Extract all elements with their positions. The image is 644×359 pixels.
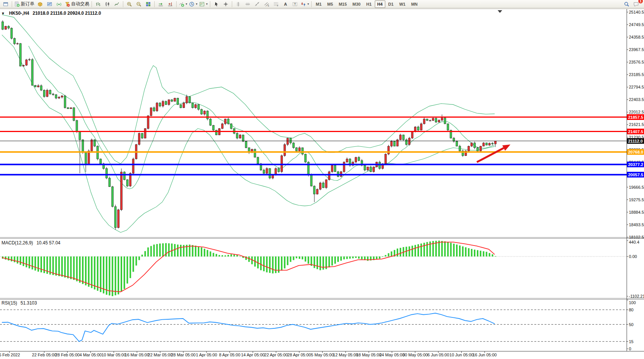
timeframe-mn-button[interactable]: MN: [408, 0, 420, 8]
horizontal-line-button[interactable]: [243, 0, 252, 8]
svg-text:16 Mar 05:00: 16 Mar 05:00: [125, 353, 149, 357]
svg-text:30 May 05:00: 30 May 05:00: [402, 353, 428, 357]
bar-chart-button[interactable]: [93, 0, 102, 8]
svg-text:440.4: 440.4: [629, 240, 639, 244]
indicators-button[interactable]: ▾: [178, 0, 188, 8]
svg-text:18884.5: 18884.5: [629, 210, 644, 214]
svg-text:0.00: 0.00: [629, 254, 637, 259]
chart-shift-button[interactable]: [166, 0, 175, 8]
autotrade-button[interactable]: 自动交易: [64, 0, 90, 8]
vertical-line-button[interactable]: [234, 0, 243, 8]
auto-scroll-button[interactable]: [156, 0, 165, 8]
trendline-button[interactable]: [253, 0, 262, 8]
shift-icon: [168, 2, 173, 7]
line-chart-button[interactable]: [112, 0, 121, 8]
candles-icon: [105, 2, 110, 7]
svg-text:15: 15: [629, 339, 633, 344]
signals-button[interactable]: [54, 0, 64, 8]
fibo-icon: F: [273, 2, 279, 7]
arrows-button[interactable]: ▾: [300, 0, 310, 8]
svg-text:18493.5: 18493.5: [629, 222, 644, 227]
hline-icon: [245, 2, 250, 7]
channel-icon: E: [264, 2, 269, 7]
indicators-icon: [179, 2, 184, 7]
timeframe-h1-button[interactable]: H1: [363, 0, 374, 8]
toolbar: 新订单自动交易▾▾▾EFAT▾M1M5M15M30H1H4D1W1MN1: [0, 0, 644, 8]
svg-text:19275.5: 19275.5: [629, 197, 644, 202]
tile-icon: [146, 2, 151, 7]
svg-text:10 Jun 05:00: 10 Jun 05:00: [450, 353, 474, 357]
svg-text:28 Feb 05:00: 28 Feb 05:00: [55, 353, 80, 357]
svg-text:22012.5: 22012.5: [629, 110, 644, 114]
svg-text:20057.5: 20057.5: [628, 173, 643, 177]
chart-window-button[interactable]: [1, 0, 10, 8]
svg-text:100: 100: [629, 300, 636, 305]
toolbar-separator: [154, 1, 155, 7]
equidistant-channel-button[interactable]: E: [262, 0, 271, 8]
svg-text:8 Apr 05:00: 8 Apr 05:00: [219, 353, 240, 357]
templates-button[interactable]: ▾: [199, 0, 208, 8]
timeframe-m15-button[interactable]: M15: [336, 0, 349, 8]
text-a-icon: A: [283, 2, 288, 7]
svg-text:6 Feb 2022: 6 Feb 2022: [0, 353, 20, 357]
toolbar-separator: [311, 1, 312, 7]
timeframe-w1-button[interactable]: W1: [397, 0, 408, 8]
svg-text:18 May 05:00: 18 May 05:00: [356, 353, 382, 357]
chart-background: [0, 8, 644, 359]
toolbar-separator: [210, 1, 210, 7]
svg-text:T: T: [294, 2, 296, 6]
timeframe-d1-button[interactable]: D1: [386, 0, 396, 8]
autotrade-icon: [65, 2, 70, 7]
market-watch-button[interactable]: [36, 0, 45, 8]
svg-text:28 Apr 05:00: 28 Apr 05:00: [287, 353, 311, 357]
clock-icon: [189, 2, 194, 7]
svg-text:23576.5: 23576.5: [629, 60, 644, 64]
svg-text:24749.5: 24749.5: [629, 22, 644, 27]
data-window-button[interactable]: [45, 0, 54, 8]
fibonacci-button[interactable]: F: [272, 0, 281, 8]
svg-text:50: 50: [629, 322, 633, 327]
candlestick-chart-button[interactable]: [103, 0, 112, 8]
new-order-button[interactable]: 新订单: [14, 0, 35, 8]
timeframe-m30-button[interactable]: M30: [350, 0, 363, 8]
svg-text:22 Feb 05:00: 22 Feb 05:00: [32, 353, 57, 357]
crosshair-icon: [223, 2, 228, 7]
svg-text:28 Mar 05:00: 28 Mar 05:00: [171, 353, 196, 357]
zoom-in-button[interactable]: [125, 0, 134, 8]
svg-text:-1102.21: -1102.21: [629, 294, 644, 298]
quotes-icon: [37, 2, 43, 7]
svg-text:24 May 05:00: 24 May 05:00: [379, 353, 405, 357]
svg-text:14 Apr 05:00: 14 Apr 05:00: [241, 353, 265, 357]
zoom-out-icon: [136, 2, 141, 7]
timeframe-h4-button[interactable]: H4: [375, 0, 385, 8]
chart-area: 25140.524749.524358.523967.523576.523185…: [0, 8, 644, 359]
svg-text:21857.5: 21857.5: [628, 115, 643, 120]
timeframe-m1-button[interactable]: M1: [313, 0, 324, 8]
toolbar-separator: [123, 1, 123, 7]
search-button[interactable]: [622, 0, 631, 8]
periods-button[interactable]: ▾: [188, 0, 198, 8]
svg-text:21112.0: 21112.0: [628, 139, 643, 143]
cursor-icon: [214, 2, 219, 7]
crosshair-button[interactable]: [221, 0, 230, 8]
svg-text:22 Apr 05:00: 22 Apr 05:00: [264, 353, 288, 357]
cursor-button[interactable]: [212, 0, 221, 8]
time-axis[interactable]: 6 Feb 202222 Feb 05:0028 Feb 05:004 Mar …: [0, 351, 497, 357]
text-label-icon: T: [292, 2, 298, 7]
svg-text:A: A: [284, 2, 287, 6]
text-label-button[interactable]: T: [290, 0, 299, 8]
timeframe-m5-button[interactable]: M5: [324, 0, 335, 8]
svg-text:16 Jun 05:00: 16 Jun 05:00: [473, 353, 497, 357]
svg-text:F: F: [277, 5, 279, 7]
chart-canvas[interactable]: 25140.524749.524358.523967.523576.523185…: [0, 8, 644, 359]
text-button[interactable]: A: [281, 0, 290, 8]
chat-button[interactable]: 1: [632, 0, 641, 8]
svg-text:18102.5: 18102.5: [629, 235, 644, 239]
svg-text:0: 0: [629, 347, 631, 351]
market-icon: [47, 2, 52, 7]
toolbar-separator: [176, 1, 177, 7]
zoom-out-button[interactable]: [134, 0, 143, 8]
tile-windows-button[interactable]: [144, 0, 153, 8]
search-icon: [624, 2, 629, 7]
zoom-in-icon: [127, 2, 132, 7]
